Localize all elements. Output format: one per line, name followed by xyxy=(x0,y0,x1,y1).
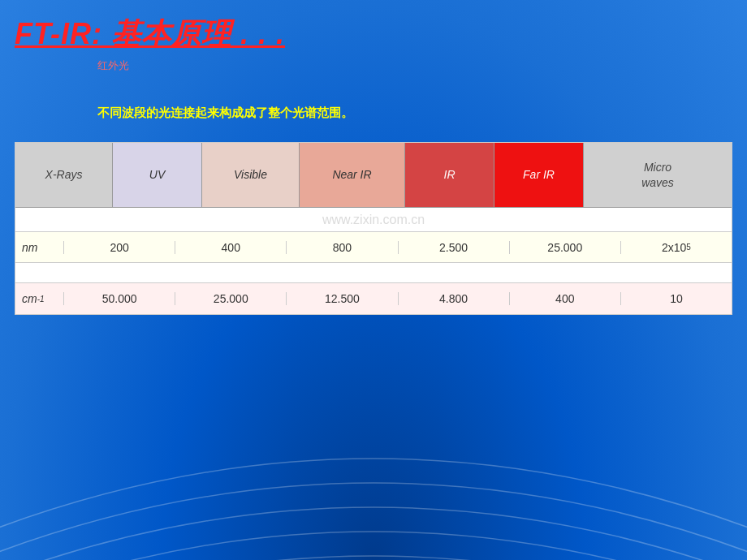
cm-value-50000: 50.000 xyxy=(64,292,175,305)
nm-row: nm 200 400 800 2.500 25.000 2x105 xyxy=(15,232,732,263)
watermark-row: www.zixin.com.cn xyxy=(15,208,732,232)
ir-cell: IR xyxy=(405,143,494,207)
micro-cell: Microwaves xyxy=(584,143,732,207)
spacer-row xyxy=(15,263,732,283)
spectrum-table: X-Rays UV Visible Near IR IR Far IR Micr… xyxy=(15,142,732,315)
page-title: FT-IR: 基本原理 . . . xyxy=(15,15,285,54)
nm-value-400: 400 xyxy=(175,241,287,254)
xrays-cell: X-Rays xyxy=(15,143,113,207)
watermark-text: www.zixin.com.cn xyxy=(322,213,425,227)
nm-value-200: 200 xyxy=(64,241,175,254)
cm-value-4800: 4.800 xyxy=(399,292,510,305)
description-text: 不同波段的光连接起来构成成了整个光谱范围。 xyxy=(97,106,353,121)
cm-row: cm-1 50.000 25.000 12.500 4.800 400 10 xyxy=(15,283,732,314)
cm-value-12500: 12.500 xyxy=(287,292,398,305)
nm-value-800: 800 xyxy=(287,241,398,254)
cm-value-400: 400 xyxy=(510,292,621,305)
cm-label: cm-1 xyxy=(15,292,64,305)
nm-label: nm xyxy=(15,241,64,254)
uv-cell: UV xyxy=(113,143,202,207)
nm-value-2500: 2.500 xyxy=(399,241,510,254)
nm-value-25000: 25.000 xyxy=(510,241,621,254)
spectrum-header-row: X-Rays UV Visible Near IR IR Far IR Micr… xyxy=(15,143,732,208)
nm-value-2e5: 2x105 xyxy=(621,241,732,254)
near-ir-cell: Near IR xyxy=(300,143,405,207)
visible-cell: Visible xyxy=(202,143,300,207)
subtitle: 红外光 xyxy=(97,58,129,73)
cm-value-10: 10 xyxy=(621,292,732,305)
cm-value-25000: 25.000 xyxy=(175,292,287,305)
far-ir-cell: Far IR xyxy=(494,143,584,207)
